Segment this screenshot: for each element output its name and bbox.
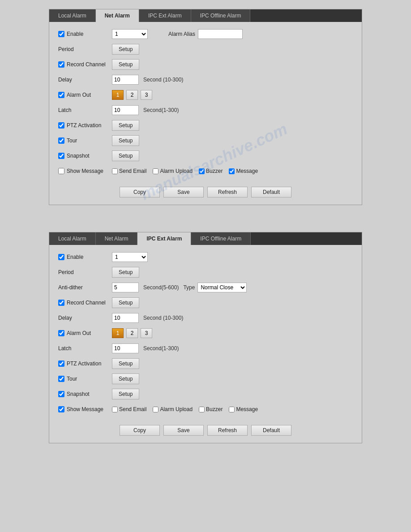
enable-controls-1: 1 Alarm Alias <box>112 29 353 39</box>
record-channel-label-2: Record Channel <box>58 300 112 306</box>
buzzer-checkbox-1[interactable] <box>199 168 205 174</box>
record-channel-row-2: Record Channel Setup <box>58 297 353 309</box>
alarm-out-btn-1-2[interactable]: 2 <box>126 90 138 100</box>
enable-checkbox-2[interactable] <box>58 254 64 260</box>
alarm-out-controls-1: 1 2 3 <box>112 90 353 100</box>
tab-local-alarm-1[interactable]: Local Alarm <box>49 9 96 22</box>
ptz-row-2: PTZ Activation Setup <box>58 358 353 369</box>
enable-label-1: Enable <box>58 31 112 37</box>
latch-label-2: Latch <box>58 345 112 352</box>
tab-net-alarm-1[interactable]: Net Alarm <box>96 9 139 22</box>
alarm-out-btn-2-3[interactable]: 3 <box>141 328 152 338</box>
save-btn-2[interactable]: Save <box>163 425 204 436</box>
tour-label-2: Tour <box>58 376 112 382</box>
buzzer-checkbox-2[interactable] <box>199 407 205 412</box>
delay-label-2: Delay <box>58 315 112 321</box>
tour-checkbox-2[interactable] <box>58 376 64 382</box>
ptz-setup-btn-1[interactable]: Setup <box>112 120 139 131</box>
alarm-upload-label-2: Alarm Upload <box>153 406 193 412</box>
tab-ipc-offline-alarm-1[interactable]: IPC Offline Alarm <box>191 9 251 22</box>
snapshot-controls-2: Setup <box>112 389 353 399</box>
default-btn-1[interactable]: Default <box>251 187 291 197</box>
tour-controls-1: Setup <box>112 135 353 146</box>
enable-select-1[interactable]: 1 <box>112 29 148 39</box>
tour-setup-btn-1[interactable]: Setup <box>112 135 139 146</box>
delay-hint-2: Second (10-300) <box>143 315 183 321</box>
delay-input-1[interactable] <box>112 75 139 85</box>
alarm-upload-checkbox-1[interactable] <box>153 168 158 174</box>
snapshot-setup-btn-1[interactable]: Setup <box>112 150 139 161</box>
tab-net-alarm-2[interactable]: Net Alarm <box>96 232 138 245</box>
panel-2: Local Alarm Net Alarm IPC Ext Alarm IPC … <box>49 232 362 443</box>
alarm-out-btn-2-1[interactable]: 1 <box>112 328 124 338</box>
tab-local-alarm-2[interactable]: Local Alarm <box>49 232 96 245</box>
anti-dither-input-2[interactable] <box>112 283 139 292</box>
enable-select-2[interactable]: 1 <box>112 252 148 262</box>
save-btn-1[interactable]: Save <box>163 187 204 197</box>
copy-btn-1[interactable]: Copy <box>120 187 160 197</box>
ptz-setup-btn-2[interactable]: Setup <box>112 358 139 369</box>
period-controls-2: Setup <box>112 267 353 278</box>
enable-row-2: Enable 1 <box>58 251 353 263</box>
alarm-out-row-1: Alarm Out 1 2 3 <box>58 89 353 101</box>
refresh-btn-1[interactable]: Refresh <box>207 187 248 197</box>
alarm-upload-checkbox-2[interactable] <box>153 407 158 412</box>
message-checkbox-2[interactable] <box>229 407 235 412</box>
buzzer-label-1: Buzzer <box>199 168 223 174</box>
show-message-row-1: Show Message Send Email Alarm Upload Buz… <box>58 165 353 177</box>
snapshot-row-1: Snapshot Setup <box>58 150 353 162</box>
record-channel-checkbox-2[interactable] <box>58 300 64 306</box>
send-email-checkbox-2[interactable] <box>112 407 118 412</box>
snapshot-label-1: Snapshot <box>58 153 112 159</box>
snapshot-checkbox-2[interactable] <box>58 391 64 397</box>
ptz-checkbox-1[interactable] <box>58 122 64 129</box>
ptz-checkbox-2[interactable] <box>58 360 64 367</box>
refresh-btn-2[interactable]: Refresh <box>207 425 248 436</box>
alarm-alias-input-1[interactable] <box>198 29 243 39</box>
anti-dither-type-select-2[interactable]: Normal Close Normal Open <box>197 283 247 292</box>
tab-ipc-ext-alarm-1[interactable]: IPC Ext Alarm <box>139 9 191 22</box>
enable-label-2: Enable <box>58 254 112 260</box>
default-btn-2[interactable]: Default <box>251 425 291 436</box>
message-label-1: Message <box>229 168 258 174</box>
alarm-out-controls-2: 1 2 3 <box>112 328 353 338</box>
record-channel-setup-btn-2[interactable]: Setup <box>112 297 139 308</box>
alarm-out-btn-1-1[interactable]: 1 <box>112 90 124 100</box>
ptz-label-1: PTZ Activation <box>58 122 112 129</box>
show-message-checkbox-2[interactable] <box>58 406 64 412</box>
tab-ipc-offline-alarm-2[interactable]: IPC Offline Alarm <box>191 232 251 245</box>
snapshot-setup-btn-2[interactable]: Setup <box>112 389 139 399</box>
record-channel-setup-btn-1[interactable]: Setup <box>112 59 139 70</box>
period-setup-btn-1[interactable]: Setup <box>112 44 139 55</box>
anti-dither-hint-2: Second(5-600) <box>143 284 179 291</box>
delay-label-1: Delay <box>58 77 112 83</box>
message-checkbox-1[interactable] <box>229 168 235 174</box>
alarm-out-label-1: Alarm Out <box>58 92 112 98</box>
latch-input-1[interactable] <box>112 105 139 115</box>
tab-bar-1: Local Alarm Net Alarm IPC Ext Alarm IPC … <box>49 9 362 22</box>
show-message-label-2: Show Message <box>58 406 112 412</box>
record-channel-checkbox-1[interactable] <box>58 61 64 68</box>
latch-input-2[interactable] <box>112 343 139 353</box>
record-channel-controls-2: Setup <box>112 297 353 308</box>
alarm-out-checkbox-1[interactable] <box>58 92 64 98</box>
latch-controls-1: Second(1-300) <box>112 105 353 115</box>
alarm-out-checkbox-2[interactable] <box>58 330 64 336</box>
enable-checkbox-1[interactable] <box>58 31 64 37</box>
copy-btn-2[interactable]: Copy <box>120 425 160 436</box>
tour-checkbox-1[interactable] <box>58 137 64 144</box>
delay-input-2[interactable] <box>112 313 139 323</box>
show-message-checkbox-1[interactable] <box>58 168 64 174</box>
snapshot-checkbox-1[interactable] <box>58 153 64 159</box>
tab-bar-2: Local Alarm Net Alarm IPC Ext Alarm IPC … <box>49 232 362 245</box>
send-email-checkbox-1[interactable] <box>112 168 118 174</box>
period-setup-btn-2[interactable]: Setup <box>112 267 139 278</box>
alarm-out-btn-1-3[interactable]: 3 <box>141 90 152 100</box>
tab-ipc-ext-alarm-2[interactable]: IPC Ext Alarm <box>137 232 191 245</box>
tour-setup-btn-2[interactable]: Setup <box>112 373 139 384</box>
delay-row-1: Delay Second (10-300) <box>58 74 353 86</box>
latch-label-1: Latch <box>58 107 112 113</box>
alarm-out-btn-2-2[interactable]: 2 <box>126 328 138 338</box>
snapshot-controls-1: Setup <box>112 150 353 161</box>
period-row-2: Period Setup <box>58 266 353 278</box>
